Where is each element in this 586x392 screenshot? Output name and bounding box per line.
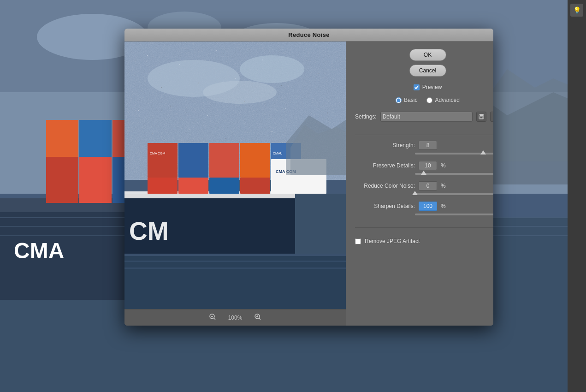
strength-slider-track[interactable]: [415, 153, 493, 154]
divider-1: [355, 135, 493, 135]
svg-rect-63: [240, 178, 270, 194]
svg-line-77: [214, 318, 215, 320]
basic-radio[interactable]: [396, 97, 402, 103]
svg-point-42: [244, 101, 245, 102]
reduce-color-noise-slider-track[interactable]: [415, 193, 493, 195]
remove-jpeg-artifact-row: Remove JPEG Artifact: [355, 238, 493, 244]
svg-point-27: [240, 55, 304, 83]
svg-text:CMA: CMA: [14, 238, 64, 263]
preview-panel: CM CMA CGM CMA: [124, 42, 346, 326]
reduce-color-noise-label-row: Reduce Color Noise: %: [355, 181, 493, 190]
reduce-noise-dialog: Reduce Noise: [124, 29, 493, 326]
svg-rect-84: [480, 117, 483, 119]
preview-toolbar: 100%: [124, 309, 346, 326]
sharpen-details-group: Sharpen Details: %: [355, 202, 493, 215]
svg-point-41: [207, 115, 208, 116]
svg-rect-70: [124, 254, 346, 256]
svg-point-38: [318, 73, 319, 74]
svg-point-30: [179, 64, 180, 65]
reduce-color-noise-unit: %: [441, 183, 446, 189]
zoom-out-button[interactable]: [207, 313, 219, 323]
svg-text:CMAU: CMAU: [273, 152, 283, 155]
zoom-level-display: 100%: [226, 315, 244, 321]
remove-jpeg-artifact-label[interactable]: Remove JPEG Artifact: [365, 238, 420, 244]
preserve-details-unit: %: [441, 162, 446, 169]
reduce-color-noise-slider-row: [355, 193, 493, 195]
reduce-color-noise-group: Reduce Color Noise: %: [355, 181, 493, 195]
sharpen-details-slider-row: [355, 214, 493, 215]
svg-line-81: [259, 318, 260, 320]
svg-point-43: [285, 108, 286, 109]
strength-slider-row: [355, 153, 493, 154]
strength-input[interactable]: [419, 141, 437, 150]
svg-rect-12: [46, 157, 78, 203]
preserve-details-group: Preserve Details: %: [355, 161, 493, 175]
settings-select[interactable]: Default Custom: [380, 112, 473, 122]
strength-label-row: Strength:: [355, 141, 493, 150]
preview-checkbox-row: Preview: [355, 84, 493, 90]
svg-rect-83: [480, 114, 483, 116]
svg-point-32: [262, 59, 263, 60]
preserve-details-input[interactable]: [419, 161, 437, 170]
zoom-in-icon: [255, 314, 261, 320]
preview-checkbox-label[interactable]: Preview: [422, 84, 442, 90]
preserve-details-slider-track[interactable]: [415, 173, 493, 175]
cancel-button[interactable]: Cancel: [409, 65, 446, 77]
svg-rect-13: [79, 157, 112, 203]
sharpen-details-slider-track[interactable]: [415, 214, 493, 215]
svg-rect-72: [124, 267, 346, 269]
ok-button[interactable]: OK: [409, 49, 446, 61]
settings-row: Settings: Default Custom: [355, 112, 493, 122]
save-icon: [479, 114, 484, 119]
svg-rect-61: [178, 178, 208, 194]
svg-point-39: [138, 110, 139, 111]
svg-rect-62: [209, 178, 239, 194]
delete-preset-button[interactable]: [490, 112, 493, 122]
svg-point-29: [147, 55, 148, 56]
svg-rect-58: [240, 143, 270, 178]
lightbulb-icon: 💡: [573, 6, 581, 14]
sidebar-right: 💡: [568, 0, 586, 392]
svg-rect-60: [148, 178, 178, 194]
svg-point-45: [152, 133, 153, 134]
svg-rect-71: [124, 261, 346, 262]
save-preset-button[interactable]: [476, 112, 486, 122]
svg-rect-17: [46, 120, 78, 157]
lightbulb-icon-button[interactable]: 💡: [570, 4, 583, 17]
svg-point-31: [216, 50, 217, 51]
preserve-details-slider-thumb[interactable]: [421, 171, 426, 175]
svg-point-35: [198, 83, 199, 83]
advanced-radio[interactable]: [426, 97, 432, 103]
svg-point-46: [189, 129, 189, 130]
svg-point-40: [170, 106, 171, 107]
dialog-titlebar: Reduce Noise: [124, 29, 493, 42]
sharpen-details-label: Sharpen Details:: [355, 203, 415, 209]
reduce-color-noise-label: Reduce Color Noise:: [355, 183, 415, 189]
svg-point-44: [327, 113, 328, 113]
zoom-out-icon: [209, 314, 216, 320]
dialog-body: CM CMA CGM CMA: [124, 42, 493, 326]
zoom-in-button[interactable]: [252, 313, 264, 323]
reduce-color-noise-input[interactable]: [419, 181, 437, 190]
svg-text:CMA CGM: CMA CGM: [150, 152, 166, 155]
remove-jpeg-artifact-checkbox[interactable]: [355, 238, 361, 244]
basic-radio-label: Basic: [404, 97, 417, 103]
svg-point-34: [161, 87, 162, 88]
strength-slider-thumb[interactable]: [480, 150, 486, 154]
svg-point-28: [203, 81, 277, 104]
advanced-radio-option[interactable]: Advanced: [426, 97, 459, 103]
settings-label: Settings:: [355, 113, 377, 120]
controls-panel: OK Cancel Preview Basic Advanced: [346, 42, 493, 326]
sharpen-details-input[interactable]: [419, 202, 437, 211]
svg-point-36: [235, 78, 236, 79]
svg-rect-18: [79, 120, 112, 157]
preserve-details-label: Preserve Details:: [355, 162, 415, 169]
divider-2: [355, 227, 493, 228]
basic-radio-option[interactable]: Basic: [396, 97, 417, 103]
action-buttons-row: OK Cancel: [355, 49, 493, 77]
advanced-radio-label: Advanced: [435, 97, 459, 103]
reduce-color-noise-slider-thumb[interactable]: [412, 191, 418, 195]
mode-radio-row: Basic Advanced: [355, 97, 493, 103]
preview-checkbox[interactable]: [414, 84, 420, 90]
preview-image-area[interactable]: CM CMA CGM CMA: [124, 42, 346, 309]
